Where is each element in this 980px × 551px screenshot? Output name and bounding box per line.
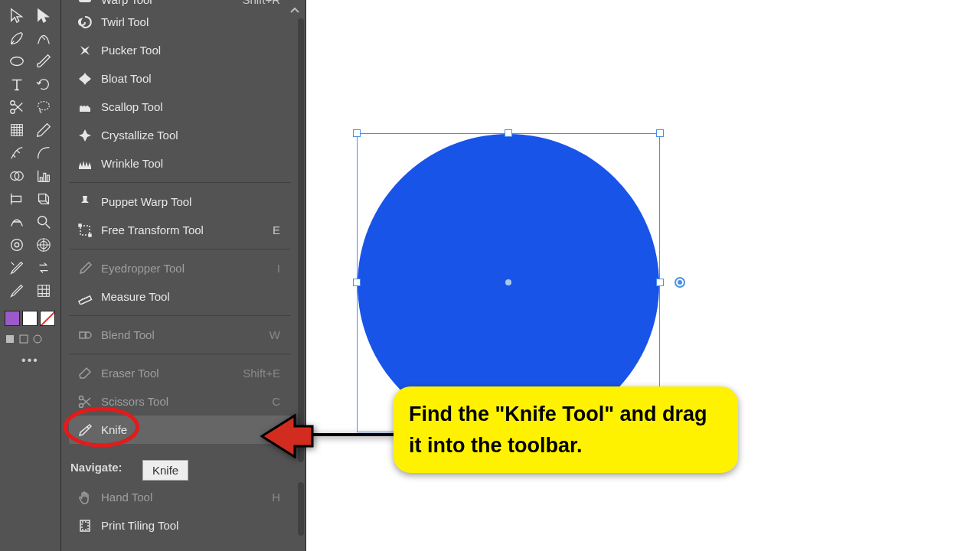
tool-label: Bloat Tool <box>101 72 283 85</box>
handle-mr[interactable] <box>656 279 664 286</box>
align-icon[interactable] <box>4 188 29 210</box>
liquify-icon[interactable] <box>4 234 29 256</box>
perspective-icon[interactable] <box>31 188 56 210</box>
divider <box>69 354 291 354</box>
more-tools-icon[interactable]: ••• <box>0 347 60 373</box>
paintbrush-icon[interactable] <box>31 51 56 72</box>
mini-gradient-icon[interactable] <box>18 334 29 344</box>
tool-label: Pucker Tool <box>101 44 283 57</box>
none-swatch[interactable] <box>40 311 55 326</box>
shaper-icon[interactable] <box>4 211 29 233</box>
hand-icon <box>77 489 93 506</box>
tool-item-free-transform[interactable]: Free Transform Tool E <box>69 216 291 244</box>
tool-label: Blend Tool <box>101 328 270 341</box>
tool-item-bloat[interactable]: Bloat Tool <box>69 64 291 93</box>
fill-swatch[interactable] <box>5 311 20 326</box>
eyedropper-icon <box>77 260 93 277</box>
svg-rect-14 <box>38 285 49 297</box>
pucker-icon <box>77 42 93 59</box>
svg-point-11 <box>11 240 22 251</box>
graph-icon[interactable] <box>31 165 56 187</box>
arc-icon[interactable] <box>31 142 56 164</box>
tool-item-print-tiling[interactable]: Print Tiling Tool <box>69 511 291 540</box>
tool-shortcut: C <box>272 395 283 408</box>
svg-point-2 <box>10 109 15 114</box>
tool-item-wrinkle[interactable]: Wrinkle Tool <box>69 149 291 178</box>
curvature-icon[interactable] <box>31 28 56 49</box>
lasso-icon[interactable] <box>31 96 56 118</box>
mini-none-icon[interactable] <box>32 334 43 344</box>
grid-icon[interactable] <box>31 280 56 302</box>
reference-point-icon[interactable] <box>675 277 685 288</box>
svg-rect-15 <box>6 335 14 343</box>
tool-shortcut: I <box>277 262 283 275</box>
tool-item-eyedropper[interactable]: Eyedropper Tool I <box>69 254 291 282</box>
stroke-swatch[interactable] <box>22 311 38 326</box>
tool-item-eraser[interactable]: Eraser Tool Shift+E <box>69 359 291 387</box>
svg-point-10 <box>15 243 19 247</box>
shape-builder-icon[interactable] <box>4 165 29 187</box>
selection-arrow-icon[interactable] <box>4 5 29 26</box>
mesh-icon[interactable] <box>4 119 29 141</box>
smooth-icon[interactable] <box>4 257 29 279</box>
tool-item-crystallize[interactable]: Crystallize Tool <box>69 121 291 149</box>
pencil-icon[interactable] <box>31 119 56 141</box>
swap-icon[interactable] <box>31 257 56 279</box>
direct-selection-icon[interactable] <box>31 5 56 26</box>
svg-point-9 <box>38 217 46 225</box>
handle-tm[interactable] <box>505 129 512 137</box>
ruler-icon <box>77 289 93 305</box>
annotation-text: Find the "Knife Tool" and drag it into t… <box>409 403 707 457</box>
tool-shortcut: W <box>270 328 283 341</box>
tool-item-measure[interactable]: Measure Tool <box>69 282 291 311</box>
svg-rect-18 <box>79 0 91 2</box>
twirl-icon <box>77 14 93 31</box>
toolbar: ••• <box>0 0 61 551</box>
tool-item-puppet-warp[interactable]: Puppet Warp Tool <box>69 187 291 216</box>
tool-item-hand[interactable]: Hand Tool H <box>69 483 291 511</box>
pin-icon <box>77 194 93 210</box>
polar-icon[interactable] <box>31 234 56 256</box>
svg-rect-20 <box>79 224 81 227</box>
blend-icon <box>77 327 93 344</box>
wrinkle-icon <box>77 155 93 172</box>
pen-icon[interactable] <box>4 28 29 49</box>
tool-shortcut: Shift+E <box>243 367 283 380</box>
tool-item-warp[interactable]: Warp Tool Shift+R <box>69 0 291 8</box>
type-icon[interactable] <box>4 73 29 95</box>
tool-shortcut: E <box>273 223 283 236</box>
handle-ml[interactable] <box>353 279 361 286</box>
highlight-circle <box>62 406 141 448</box>
svg-rect-28 <box>82 522 88 530</box>
warp-icon <box>77 0 93 8</box>
divider <box>69 315 291 316</box>
mini-swatch-row <box>0 331 60 347</box>
tool-label: Scallop Tool <box>101 100 283 113</box>
chevron-up-icon[interactable] <box>289 5 301 14</box>
width-icon[interactable] <box>4 142 29 164</box>
tool-item-blend[interactable]: Blend Tool W <box>69 321 291 349</box>
rotate-icon[interactable] <box>31 73 56 95</box>
svg-point-29 <box>66 409 138 445</box>
ellipse-icon[interactable] <box>4 51 29 72</box>
zoom-icon[interactable] <box>31 211 56 233</box>
tool-label: Wrinkle Tool <box>101 157 283 170</box>
eraser-icon <box>77 365 93 382</box>
tool-label: Crystallize Tool <box>101 129 283 142</box>
tool-item-scallop[interactable]: Scallop Tool <box>69 93 291 121</box>
mini-solid-icon[interactable] <box>5 334 15 344</box>
tool-shortcut: Shift+R <box>242 0 283 6</box>
anchor-icon[interactable] <box>4 280 29 302</box>
handle-tr[interactable] <box>656 129 664 137</box>
svg-rect-22 <box>79 295 92 304</box>
divider <box>69 182 291 183</box>
tool-label: Hand Tool <box>101 491 272 504</box>
tooltip-knife: Knife <box>142 460 188 481</box>
handle-tl[interactable] <box>353 129 361 137</box>
scissors-cut-icon[interactable] <box>4 96 29 118</box>
tool-item-pucker[interactable]: Pucker Tool <box>69 36 291 64</box>
panel-scrollbar[interactable] <box>298 18 304 551</box>
tool-label: Warp Tool <box>101 0 242 6</box>
crystallize-icon <box>77 127 93 144</box>
tool-item-twirl[interactable]: Twirl Tool <box>69 8 291 36</box>
